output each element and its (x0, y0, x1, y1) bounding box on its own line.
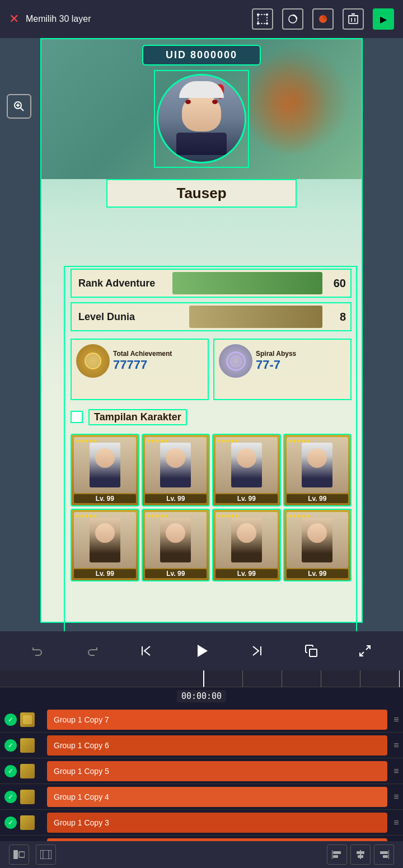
char-level-1: Lv. 99 (74, 494, 136, 503)
char-level-8: Lv. 99 (287, 569, 349, 578)
strip-left-button[interactable] (9, 844, 29, 865)
track-row-2: ✓ Group 1 Copy 6 ≡ (0, 733, 403, 758)
track-drag-3[interactable]: ≡ (390, 761, 403, 781)
align-center-button[interactable] (350, 844, 371, 865)
track-row-5: ✓ Group 1 Copy 3 ≡ (0, 810, 403, 836)
svg-marker-17 (198, 645, 208, 657)
svg-rect-34 (380, 851, 388, 854)
char-card-7: ★★★★★ Lv. 99 (212, 509, 281, 581)
spiral-icon (219, 344, 252, 378)
char-portrait-5: ★★★★★ (74, 512, 136, 568)
top-bar: ✕ Memilih 30 layer (0, 0, 403, 38)
redo-button[interactable] (85, 644, 99, 658)
char-portrait-4: ★★★★★ (287, 437, 349, 493)
play-button[interactable]: ▶ (373, 8, 394, 30)
mask-icon[interactable] (282, 8, 303, 30)
fullscreen-button[interactable] (358, 644, 372, 658)
track-label-2[interactable]: Group 1 Copy 6 (47, 735, 387, 756)
track-check-1: ✓ (0, 712, 45, 727)
track-check-icon-2[interactable]: ✓ (4, 739, 17, 752)
zoom-tool[interactable] (7, 94, 31, 119)
char-level-5: Lv. 99 (74, 569, 136, 578)
char-card-8: ★★★★★ Lv. 99 (283, 509, 352, 581)
close-button[interactable]: ✕ (9, 12, 19, 26)
track-drag-1[interactable]: ≡ (390, 710, 403, 730)
clip-button[interactable] (36, 844, 56, 865)
svg-point-2 (266, 13, 268, 16)
track-check-icon-1[interactable]: ✓ (4, 714, 17, 726)
track-drag-4[interactable]: ≡ (390, 787, 403, 807)
achievement-box: Total Achievement 77777 (71, 339, 209, 400)
play-icon: ▶ (380, 14, 387, 25)
track-check-icon-5[interactable]: ✓ (4, 817, 17, 829)
tampilan-section: Tampilan Karakter (71, 409, 352, 425)
copy-frames-button[interactable] (304, 644, 318, 658)
last-frame-button[interactable] (250, 644, 264, 658)
undo-button[interactable] (31, 644, 45, 658)
player-name-box: Tausep (106, 179, 297, 208)
char-portrait-6: ★★★★★ (145, 512, 207, 568)
track-row-4: ✓ Group 1 Copy 4 ≡ (0, 784, 403, 810)
color-icon[interactable] (312, 8, 334, 30)
svg-rect-19 (310, 649, 317, 656)
stats-row: Total Achievement 77777 Spiral Abyss 77- (71, 339, 352, 400)
char-card-1: ★★★★★ Lv. 99 (71, 434, 139, 506)
svg-point-1 (257, 13, 259, 16)
time-ruler (0, 670, 403, 687)
char-portrait-3: ★★★★★ (215, 437, 278, 493)
svg-rect-28 (333, 851, 341, 854)
track-check-icon-3[interactable]: ✓ (4, 765, 17, 777)
align-left-button[interactable] (327, 844, 347, 865)
track-label-4[interactable]: Group 1 Copy 4 (47, 787, 387, 807)
svg-rect-0 (258, 15, 267, 24)
svg-line-21 (360, 652, 364, 656)
play-control-button[interactable] (193, 642, 210, 659)
svg-line-13 (20, 107, 24, 111)
svg-rect-32 (358, 855, 363, 858)
svg-rect-24 (40, 850, 51, 859)
char-portrait-7: ★★★★★ (215, 512, 278, 568)
track-drag-2[interactable]: ≡ (390, 735, 403, 756)
track-check-2: ✓ (0, 738, 45, 753)
uid-bar: UID 8000000 (142, 45, 261, 65)
avatar-circle (157, 74, 246, 163)
track-thumb-4 (20, 790, 35, 804)
first-frame-button[interactable] (139, 644, 153, 658)
transform-icon[interactable] (252, 8, 273, 30)
svg-rect-35 (383, 855, 388, 858)
delete-icon[interactable] (343, 8, 364, 30)
char-card-4: ★★★★★ Lv. 99 (283, 434, 352, 506)
char-portrait-8: ★★★★★ (287, 512, 349, 568)
char-level-6: Lv. 99 (145, 569, 207, 578)
tampilan-checkbox[interactable] (71, 411, 83, 423)
svg-rect-22 (13, 850, 18, 859)
svg-rect-7 (349, 16, 358, 24)
char-level-7: Lv. 99 (215, 569, 278, 578)
track-label-5[interactable]: Group 1 Copy 3 (47, 813, 387, 833)
bottom-toolbar (0, 841, 403, 868)
char-level-4: Lv. 99 (287, 494, 349, 503)
track-drag-5[interactable]: ≡ (390, 813, 403, 833)
rank-bar-fill (172, 272, 322, 294)
align-right-button[interactable] (374, 844, 394, 865)
spiral-text: Spiral Abyss 77-7 (256, 350, 296, 372)
level-value: 8 (340, 311, 346, 323)
track-thumb-5 (20, 815, 35, 830)
svg-rect-23 (19, 852, 25, 857)
playback-controls (0, 631, 403, 670)
game-card: UID 8000000 (40, 38, 363, 623)
track-thumb-2 (20, 738, 35, 753)
track-label-3[interactable]: Group 1 Copy 5 (47, 761, 387, 781)
char-card-5: ★★★★★ Lv. 99 (71, 509, 139, 581)
track-check-3: ✓ (0, 764, 45, 778)
avatar-container (154, 70, 249, 168)
character-grid: ★★★★★ Lv. 99 ★★★★★ Lv. 99 ★★★★ (71, 434, 352, 581)
char-card-6: ★★★★★ Lv. 99 (142, 509, 210, 581)
tampilan-label: Tampilan Karakter (88, 409, 187, 425)
track-label-1[interactable]: Group 1 Copy 7 (47, 710, 387, 730)
align-buttons (327, 844, 394, 865)
track-thumb-1 (20, 712, 35, 727)
rank-value: 60 (334, 277, 346, 290)
track-check-icon-4[interactable]: ✓ (4, 791, 17, 803)
track-row-1: ✓ Group 1 Copy 7 ≡ (0, 707, 403, 733)
